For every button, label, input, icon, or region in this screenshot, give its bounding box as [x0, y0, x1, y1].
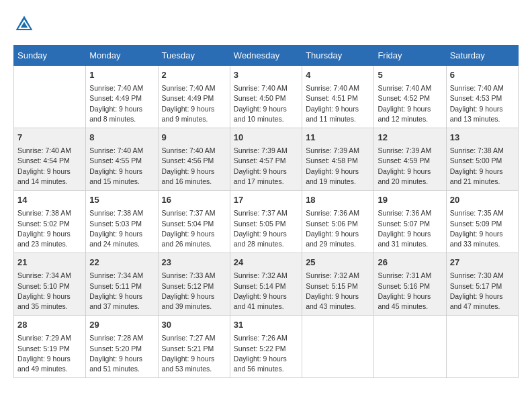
day-number: 30 [162, 319, 226, 331]
day-number: 21 [17, 257, 82, 269]
week-row-2: 7Sunrise: 7:40 AM Sunset: 4:54 PM Daylig… [14, 128, 519, 191]
day-cell: 5Sunrise: 7:40 AM Sunset: 4:52 PM Daylig… [374, 66, 446, 128]
day-cell: 7Sunrise: 7:40 AM Sunset: 4:54 PM Daylig… [14, 128, 86, 191]
day-info: Sunrise: 7:36 AM Sunset: 5:06 PM Dayligh… [306, 208, 370, 249]
calendar-header-row: SundayMondayTuesdayWednesdayThursdayFrid… [14, 46, 519, 66]
day-info: Sunrise: 7:40 AM Sunset: 4:49 PM Dayligh… [89, 83, 154, 124]
header-tuesday: Tuesday [158, 46, 230, 66]
day-info: Sunrise: 7:40 AM Sunset: 4:55 PM Dayligh… [89, 146, 154, 187]
day-number: 3 [234, 69, 298, 81]
day-cell: 27Sunrise: 7:30 AM Sunset: 5:17 PM Dayli… [446, 253, 518, 316]
day-info: Sunrise: 7:36 AM Sunset: 5:07 PM Dayligh… [378, 208, 442, 249]
day-cell: 15Sunrise: 7:38 AM Sunset: 5:03 PM Dayli… [86, 191, 158, 253]
day-number: 6 [450, 69, 515, 81]
day-info: Sunrise: 7:37 AM Sunset: 5:04 PM Dayligh… [162, 208, 226, 249]
day-number: 18 [306, 194, 370, 206]
day-cell: 18Sunrise: 7:36 AM Sunset: 5:06 PM Dayli… [302, 191, 374, 253]
day-info: Sunrise: 7:39 AM Sunset: 4:57 PM Dayligh… [234, 146, 298, 187]
day-info: Sunrise: 7:40 AM Sunset: 4:54 PM Dayligh… [17, 146, 82, 187]
header-wednesday: Wednesday [230, 46, 302, 66]
day-number: 28 [17, 319, 82, 331]
day-number: 22 [89, 257, 154, 269]
day-cell: 22Sunrise: 7:34 AM Sunset: 5:11 PM Dayli… [86, 253, 158, 316]
day-cell: 1Sunrise: 7:40 AM Sunset: 4:49 PM Daylig… [86, 66, 158, 128]
day-number: 20 [450, 194, 515, 206]
day-cell: 11Sunrise: 7:39 AM Sunset: 4:58 PM Dayli… [302, 128, 374, 191]
day-cell: 13Sunrise: 7:38 AM Sunset: 5:00 PM Dayli… [446, 128, 518, 191]
day-info: Sunrise: 7:40 AM Sunset: 4:52 PM Dayligh… [378, 83, 442, 124]
day-cell [446, 316, 518, 378]
day-cell: 9Sunrise: 7:40 AM Sunset: 4:56 PM Daylig… [158, 128, 230, 191]
week-row-4: 21Sunrise: 7:34 AM Sunset: 5:10 PM Dayli… [14, 253, 519, 316]
day-number: 17 [234, 194, 298, 206]
day-number: 31 [234, 319, 298, 331]
day-info: Sunrise: 7:40 AM Sunset: 4:51 PM Dayligh… [306, 83, 370, 124]
header-thursday: Thursday [302, 46, 374, 66]
day-cell: 28Sunrise: 7:29 AM Sunset: 5:19 PM Dayli… [14, 316, 86, 378]
day-info: Sunrise: 7:26 AM Sunset: 5:22 PM Dayligh… [234, 333, 298, 374]
week-row-3: 14Sunrise: 7:38 AM Sunset: 5:02 PM Dayli… [14, 191, 519, 253]
page-header [13, 13, 519, 35]
day-number: 8 [89, 132, 154, 144]
day-info: Sunrise: 7:39 AM Sunset: 4:59 PM Dayligh… [378, 146, 442, 187]
day-cell: 8Sunrise: 7:40 AM Sunset: 4:55 PM Daylig… [86, 128, 158, 191]
day-info: Sunrise: 7:29 AM Sunset: 5:19 PM Dayligh… [17, 333, 82, 374]
week-row-1: 1Sunrise: 7:40 AM Sunset: 4:49 PM Daylig… [14, 66, 519, 128]
day-number: 1 [89, 69, 154, 81]
day-cell: 2Sunrise: 7:40 AM Sunset: 4:49 PM Daylig… [158, 66, 230, 128]
day-cell [374, 316, 446, 378]
day-cell: 14Sunrise: 7:38 AM Sunset: 5:02 PM Dayli… [14, 191, 86, 253]
day-cell: 12Sunrise: 7:39 AM Sunset: 4:59 PM Dayli… [374, 128, 446, 191]
day-number: 26 [378, 257, 442, 269]
day-cell: 30Sunrise: 7:27 AM Sunset: 5:21 PM Dayli… [158, 316, 230, 378]
day-cell: 24Sunrise: 7:32 AM Sunset: 5:14 PM Dayli… [230, 253, 302, 316]
day-info: Sunrise: 7:40 AM Sunset: 4:49 PM Dayligh… [162, 83, 226, 124]
day-number: 9 [162, 132, 226, 144]
day-info: Sunrise: 7:38 AM Sunset: 5:00 PM Dayligh… [450, 146, 515, 187]
day-number: 14 [17, 194, 82, 206]
day-info: Sunrise: 7:38 AM Sunset: 5:02 PM Dayligh… [17, 208, 82, 249]
day-number: 12 [378, 132, 442, 144]
day-info: Sunrise: 7:40 AM Sunset: 4:56 PM Dayligh… [162, 146, 226, 187]
day-info: Sunrise: 7:32 AM Sunset: 5:14 PM Dayligh… [234, 271, 298, 312]
day-info: Sunrise: 7:35 AM Sunset: 5:09 PM Dayligh… [450, 208, 515, 249]
day-cell: 4Sunrise: 7:40 AM Sunset: 4:51 PM Daylig… [302, 66, 374, 128]
header-saturday: Saturday [446, 46, 518, 66]
day-info: Sunrise: 7:40 AM Sunset: 4:50 PM Dayligh… [234, 83, 298, 124]
header-monday: Monday [86, 46, 158, 66]
day-number: 19 [378, 194, 442, 206]
day-number: 5 [378, 69, 442, 81]
day-info: Sunrise: 7:27 AM Sunset: 5:21 PM Dayligh… [162, 333, 226, 374]
day-number: 23 [162, 257, 226, 269]
day-info: Sunrise: 7:30 AM Sunset: 5:17 PM Dayligh… [450, 271, 515, 312]
day-info: Sunrise: 7:34 AM Sunset: 5:11 PM Dayligh… [89, 271, 154, 312]
day-number: 25 [306, 257, 370, 269]
day-cell: 25Sunrise: 7:32 AM Sunset: 5:15 PM Dayli… [302, 253, 374, 316]
day-info: Sunrise: 7:31 AM Sunset: 5:16 PM Dayligh… [378, 271, 442, 312]
day-number: 11 [306, 132, 370, 144]
day-cell [14, 66, 86, 128]
day-info: Sunrise: 7:38 AM Sunset: 5:03 PM Dayligh… [89, 208, 154, 249]
day-cell: 26Sunrise: 7:31 AM Sunset: 5:16 PM Dayli… [374, 253, 446, 316]
day-number: 24 [234, 257, 298, 269]
day-number: 13 [450, 132, 515, 144]
day-info: Sunrise: 7:28 AM Sunset: 5:20 PM Dayligh… [89, 333, 154, 374]
day-cell: 10Sunrise: 7:39 AM Sunset: 4:57 PM Dayli… [230, 128, 302, 191]
day-cell: 20Sunrise: 7:35 AM Sunset: 5:09 PM Dayli… [446, 191, 518, 253]
day-number: 2 [162, 69, 226, 81]
day-info: Sunrise: 7:33 AM Sunset: 5:12 PM Dayligh… [162, 271, 226, 312]
day-cell: 6Sunrise: 7:40 AM Sunset: 4:53 PM Daylig… [446, 66, 518, 128]
day-cell: 23Sunrise: 7:33 AM Sunset: 5:12 PM Dayli… [158, 253, 230, 316]
day-cell [302, 316, 374, 378]
day-cell: 3Sunrise: 7:40 AM Sunset: 4:50 PM Daylig… [230, 66, 302, 128]
day-number: 29 [89, 319, 154, 331]
day-number: 16 [162, 194, 226, 206]
day-info: Sunrise: 7:34 AM Sunset: 5:10 PM Dayligh… [17, 271, 82, 312]
day-info: Sunrise: 7:32 AM Sunset: 5:15 PM Dayligh… [306, 271, 370, 312]
day-cell: 29Sunrise: 7:28 AM Sunset: 5:20 PM Dayli… [86, 316, 158, 378]
day-info: Sunrise: 7:37 AM Sunset: 5:05 PM Dayligh… [234, 208, 298, 249]
day-number: 10 [234, 132, 298, 144]
day-cell: 17Sunrise: 7:37 AM Sunset: 5:05 PM Dayli… [230, 191, 302, 253]
day-info: Sunrise: 7:40 AM Sunset: 4:53 PM Dayligh… [450, 83, 515, 124]
calendar-table: SundayMondayTuesdayWednesdayThursdayFrid… [13, 45, 519, 378]
